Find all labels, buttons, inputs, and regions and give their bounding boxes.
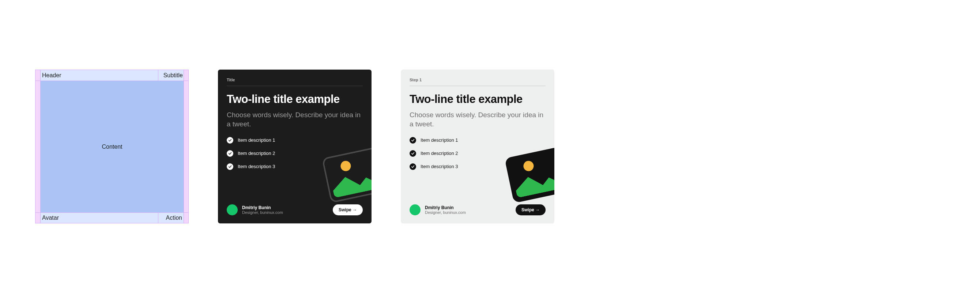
avatar xyxy=(227,204,238,215)
list-item-label: Item description 1 xyxy=(420,137,458,143)
wire-pad xyxy=(35,70,40,80)
swipe-label: Swipe → xyxy=(522,207,540,213)
wire-header-label: Header xyxy=(42,72,61,79)
list-item: Item description 1 xyxy=(410,137,546,144)
wire-subtitle-region: Subtitle xyxy=(158,70,184,80)
wire-content-region: Content xyxy=(40,81,184,213)
wire-content-label: Content xyxy=(102,144,122,150)
author-name: Dmitriy Bunin xyxy=(242,205,283,210)
check-icon xyxy=(410,137,416,144)
swipe-button[interactable]: Swipe → xyxy=(333,204,363,215)
card-lede: Choose words wisely. Describe your idea … xyxy=(227,110,363,129)
wire-pad xyxy=(184,213,189,223)
social-card-dark: Title Two-line title example Choose word… xyxy=(218,70,372,223)
author-role: Designer, buninux.com xyxy=(242,210,283,215)
author-block: Dmitriy Bunin Designer, buninux.com xyxy=(425,205,466,215)
author-role: Designer, buninux.com xyxy=(425,210,466,215)
wire-pad xyxy=(35,213,40,223)
list-item-label: Item description 2 xyxy=(420,151,458,156)
card-topline: Step 1 xyxy=(410,78,546,86)
check-icon xyxy=(410,150,416,157)
author-block: Dmitriy Bunin Designer, buninux.com xyxy=(242,205,283,215)
author-name: Dmitriy Bunin xyxy=(425,205,466,210)
card-lede: Choose words wisely. Describe your idea … xyxy=(410,110,546,129)
card-footer: Dmitriy Bunin Designer, buninux.com Swip… xyxy=(410,204,546,215)
check-icon xyxy=(227,137,233,144)
card-title: Two-line title example xyxy=(227,93,363,106)
wire-subtitle-label: Subtitle xyxy=(164,72,183,79)
swipe-label: Swipe → xyxy=(339,207,357,213)
check-icon xyxy=(227,163,233,170)
list-item-label: Item description 3 xyxy=(420,164,458,169)
wire-pad xyxy=(35,81,40,213)
check-icon xyxy=(227,150,233,157)
avatar xyxy=(410,204,420,215)
wire-avatar-label: Avatar xyxy=(42,215,59,221)
wire-pad xyxy=(184,81,189,213)
swipe-button[interactable]: Swipe → xyxy=(515,204,546,215)
list-item-label: Item description 3 xyxy=(238,164,275,169)
wire-pad xyxy=(184,70,189,80)
card-topline: Title xyxy=(227,78,363,86)
check-icon xyxy=(410,163,416,170)
social-card-light: Step 1 Two-line title example Choose wor… xyxy=(401,70,554,223)
layout-wireframe: Header Subtitle Content Avatar Action xyxy=(35,70,189,223)
wire-avatar-region: Avatar xyxy=(40,213,158,223)
wire-action-label: Action xyxy=(166,215,182,221)
list-item-label: Item description 1 xyxy=(238,137,275,143)
card-footer: Dmitriy Bunin Designer, buninux.com Swip… xyxy=(227,204,363,215)
card-title: Two-line title example xyxy=(410,93,546,106)
list-item-label: Item description 2 xyxy=(238,151,275,156)
list-item: Item description 1 xyxy=(227,137,363,144)
wire-action-region: Action xyxy=(158,213,184,223)
wire-header-region: Header xyxy=(40,70,158,80)
